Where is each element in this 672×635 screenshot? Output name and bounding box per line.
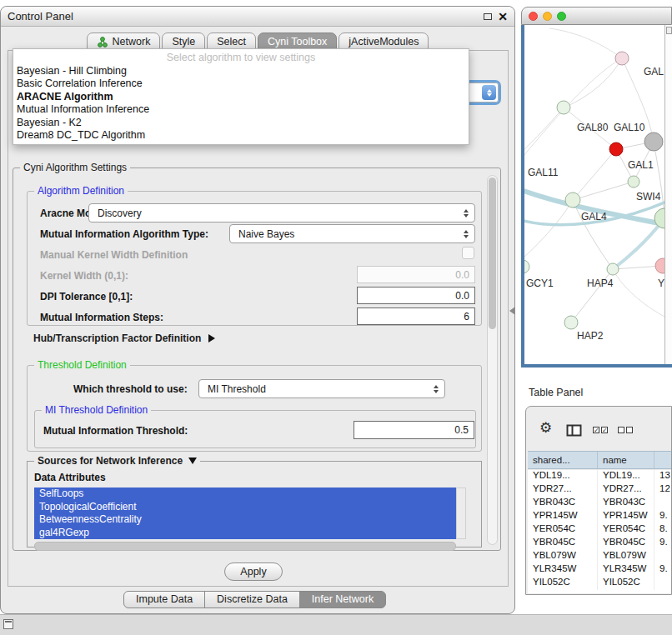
table-cell: 9. <box>654 563 671 577</box>
which-threshold-combobox[interactable]: MI Threshold <box>198 379 445 398</box>
network-edge <box>549 28 622 58</box>
network-node-label: GCY1 <box>526 278 554 289</box>
network-edge <box>524 200 573 262</box>
network-node-label: GAL1 <box>628 159 654 171</box>
network-edge <box>573 149 616 200</box>
table-settings-gear-icon[interactable]: ⚙ <box>539 421 552 435</box>
sources-section-expander[interactable]: Sources for Network Inference <box>34 455 200 467</box>
minimize-traffic-light[interactable] <box>543 12 552 21</box>
attribute-list-item[interactable]: TopologicalCoefficient <box>34 501 456 514</box>
table-panel-title: Table Panel <box>529 387 583 398</box>
column-visibility-icon[interactable] <box>566 424 582 437</box>
control-panel-titlebar[interactable]: Control Panel ✕ <box>1 7 514 27</box>
network-window-titlebar[interactable] <box>521 7 672 25</box>
attribute-list-item[interactable]: gal4RGexp <box>34 527 456 540</box>
float-window-icon[interactable] <box>484 13 492 20</box>
table-cell: YPR145W <box>598 510 654 523</box>
network-canvas[interactable]: GALGAL80GAL10GAL1GAL11SWI4GAL4GCY1HAP4YH… <box>524 25 666 364</box>
discretize-data-tab[interactable]: Discretize Data <box>204 591 300 608</box>
impute-data-tab[interactable]: Impute Data <box>123 591 205 608</box>
kernel-width-field: 0.0 <box>357 266 475 283</box>
infer-network-tab[interactable]: Infer Network <box>299 591 386 608</box>
birdseye-view-button[interactable] <box>666 27 672 34</box>
select-all-rows-icon[interactable]: ✓ ✓ <box>593 427 608 433</box>
table-row[interactable]: YBR045CYBR045C9. <box>528 537 671 550</box>
table-cell: 13 <box>654 470 671 483</box>
tab-label: Select <box>217 36 246 48</box>
mi-threshold-definition-group: MI Threshold Definition Mutual Informati… <box>34 410 476 448</box>
dropdown-item[interactable]: Bayesian - K2 <box>13 117 469 129</box>
network-vertical-scrollbar[interactable] <box>664 25 672 364</box>
column-header-name[interactable]: name <box>598 452 654 468</box>
aracne-mode-combobox[interactable]: Discovery <box>88 203 475 222</box>
table-row[interactable]: YIL052CYIL052C <box>528 577 671 590</box>
apply-button[interactable]: Apply <box>224 562 283 581</box>
table-cell: YDL19... <box>598 470 654 483</box>
attribute-list-item[interactable]: SelfLoops <box>34 488 456 501</box>
table-row[interactable]: YBR043CYBR043C <box>528 497 671 510</box>
dpi-tolerance-field[interactable]: 0.0 <box>357 287 475 304</box>
table-cell: YLR345W <box>598 563 654 577</box>
combobox-arrow-button[interactable] <box>482 85 496 100</box>
node-mid-green[interactable] <box>607 263 619 275</box>
table-row[interactable]: YDL19...YDL19...13 <box>528 470 671 483</box>
algorithm-dropdown-popup: Select algorithm to view settings Bayesi… <box>13 48 469 145</box>
node-gal1-green[interactable] <box>628 176 639 188</box>
node-red[interactable] <box>609 142 623 156</box>
empty-box-icon <box>626 427 633 433</box>
algorithm-definition-title: Algorithm Definition <box>34 185 128 197</box>
up-arrow-icon <box>487 89 492 92</box>
taskbar-window-icon[interactable] <box>3 619 13 629</box>
scrollbar-thumb[interactable] <box>489 178 496 329</box>
dropdown-item-highlighted[interactable]: ARACNE Algorithm <box>13 91 469 103</box>
zoom-traffic-light[interactable] <box>557 12 566 21</box>
dropdown-item[interactable]: Bayesian - Hill Climbing <box>13 65 469 78</box>
node-gal4-green[interactable] <box>565 192 580 208</box>
table-cell: YBR043C <box>598 497 654 510</box>
column-header-extra[interactable] <box>654 452 671 468</box>
close-icon[interactable]: ✕ <box>498 8 508 25</box>
table-cell: 12 <box>654 483 671 497</box>
hub-transcription-factor-expander[interactable]: Hub/Transcription Factor Definition <box>33 332 215 344</box>
close-traffic-light[interactable] <box>529 12 538 21</box>
dropdown-item[interactable]: Mutual Information Inference <box>13 103 469 116</box>
which-threshold-label: Which threshold to use: <box>73 383 188 395</box>
table-row[interactable]: YPR145WYPR145W9. <box>528 510 671 523</box>
attributes-horizontal-scrollbar[interactable] <box>34 542 456 551</box>
mi-algorithm-type-value: Naive Bayes <box>238 228 294 240</box>
node-pink-top[interactable] <box>615 52 629 65</box>
attribute-list-item[interactable]: BetweennessCentrality <box>34 513 456 527</box>
table-cell: 8. <box>654 523 671 537</box>
dropdown-item[interactable]: Basic Correlation Inference <box>13 78 469 90</box>
table-body: YDL19...YDL19...13YDR27...YDR27...12YBR0… <box>528 470 671 593</box>
table-row[interactable]: YBL079WYBL079W <box>528 550 671 563</box>
panel-resize-handle[interactable] <box>509 307 515 315</box>
table-cell <box>654 497 671 510</box>
node-left-edge[interactable] <box>524 260 529 273</box>
node-gal10-gray[interactable] <box>644 132 663 151</box>
kernel-width-value: 0.0 <box>455 269 469 281</box>
dropdown-item[interactable]: Dream8 DC_TDC Algorithm <box>13 129 469 142</box>
tab-label: Network <box>113 36 151 48</box>
table-row[interactable]: YDR27...YDR27...12 <box>528 483 671 497</box>
mi-steps-field[interactable]: 6 <box>357 308 475 325</box>
table-row[interactable]: YER054CYER054C8. <box>528 523 671 537</box>
network-edge <box>524 108 564 158</box>
node-green-a[interactable] <box>557 101 570 114</box>
combo-arrows-icon <box>464 230 469 238</box>
control-panel-title: Control Panel <box>8 10 73 22</box>
tab-label: jActiveModules <box>349 36 419 48</box>
network-edge <box>613 269 664 317</box>
deselect-all-rows-icon[interactable] <box>618 427 633 433</box>
data-attributes-list: SelfLoops TopologicalCoefficient Between… <box>34 488 456 539</box>
down-arrow-icon <box>487 93 492 97</box>
mi-algorithm-type-combobox[interactable]: Naive Bayes <box>229 224 475 243</box>
settings-vertical-scrollbar[interactable] <box>487 175 498 545</box>
node-hap2-green[interactable] <box>564 316 578 329</box>
table-cell: YBR043C <box>528 497 598 510</box>
column-header-shared-name[interactable]: shared... <box>528 452 598 468</box>
mi-threshold-field[interactable]: 0.5 <box>354 421 474 439</box>
attributes-vertical-scrollbar[interactable] <box>456 488 466 539</box>
table-row[interactable]: YLR345WYLR345W9. <box>528 563 671 577</box>
mi-threshold-label: Mutual Information Threshold: <box>43 425 188 437</box>
